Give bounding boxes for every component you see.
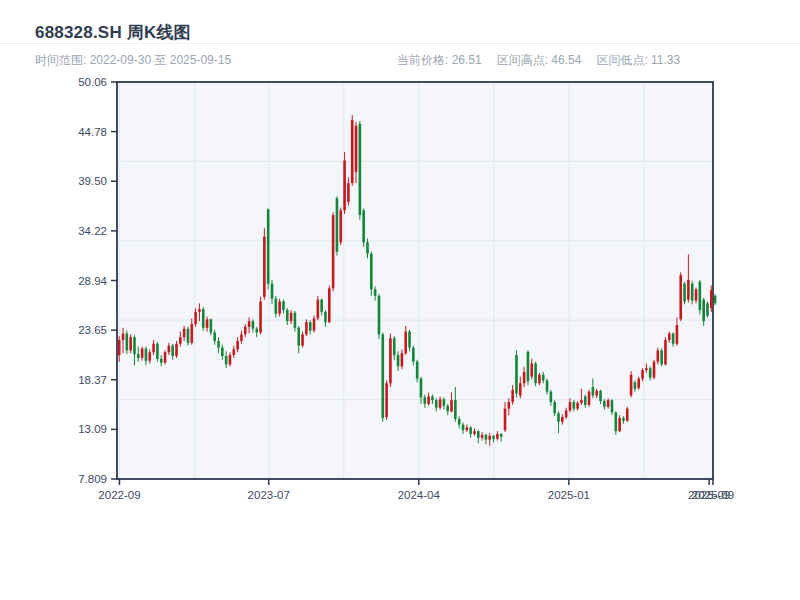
candle-body [420, 379, 423, 398]
candle-body [500, 434, 503, 437]
candle-body [580, 400, 583, 403]
candle-body [160, 359, 163, 363]
candle-body [252, 321, 255, 329]
candle-body [530, 364, 533, 377]
candle-body [278, 301, 281, 313]
candle-body [611, 400, 614, 412]
candle-body [397, 355, 400, 366]
y-tick-label: 34.22 [78, 225, 107, 237]
candle-body [584, 396, 587, 404]
candle-body [504, 409, 507, 431]
candle-body [515, 355, 518, 394]
candle-body [359, 124, 362, 215]
candle-body [454, 400, 457, 419]
candle-body [343, 161, 346, 211]
candle-body [267, 209, 270, 283]
candle-body [466, 427, 469, 430]
candle-body [263, 237, 266, 297]
candle-body [378, 296, 381, 335]
kline-chart: 50.0644.7839.5034.2228.9423.6518.3713.09… [0, 0, 800, 600]
candle-body [630, 375, 633, 396]
candle-body [210, 319, 213, 332]
candle-body [641, 370, 644, 378]
candle-body [653, 362, 656, 378]
candle-body [695, 289, 698, 300]
candle-body [485, 435, 488, 440]
candle-body [347, 183, 350, 202]
candle-body [122, 333, 125, 340]
candle-body [370, 254, 373, 290]
candle-body [305, 322, 308, 334]
candle-body [569, 402, 572, 410]
candle-body [168, 346, 171, 353]
candle-body [385, 383, 388, 417]
candle-body [313, 318, 316, 330]
candle-body [488, 436, 491, 440]
candle-body [404, 332, 407, 354]
y-tick-label: 28.94 [78, 275, 107, 287]
candle-body [183, 329, 186, 337]
candle-body [213, 333, 216, 341]
x-tick-label: 2022-09 [98, 489, 140, 501]
candle-body [286, 310, 289, 321]
candle-body [557, 413, 560, 421]
candle-body [691, 284, 694, 301]
candle-body [450, 400, 453, 411]
candle-body [355, 126, 358, 172]
candle-body [588, 392, 591, 405]
y-tick-label: 50.06 [78, 76, 107, 88]
candle-body [431, 396, 434, 400]
candle-body [179, 337, 182, 344]
x-tick-label: 2024-04 [398, 489, 441, 501]
candle-body [687, 280, 690, 300]
x-tick-label: 2023-07 [248, 489, 290, 501]
candle-body [225, 356, 228, 364]
candle-body [366, 242, 369, 253]
candle-body [309, 322, 312, 330]
candle-body [198, 309, 201, 312]
candle-body [702, 300, 705, 322]
candle-body [297, 328, 300, 346]
candle-body [416, 362, 419, 379]
y-tick-label: 23.65 [78, 324, 107, 336]
candle-body [458, 419, 461, 425]
candle-body [599, 391, 602, 401]
candle-body [679, 275, 682, 319]
candle-body [592, 387, 595, 395]
candle-body [290, 313, 293, 321]
candle-body [668, 333, 671, 340]
candle-body [301, 334, 304, 345]
candle-body [133, 337, 136, 354]
candle-body [595, 391, 598, 396]
candle-body [496, 434, 499, 439]
candle-body [706, 303, 709, 315]
candle-body [676, 325, 679, 344]
candle-body [511, 390, 514, 402]
kline-window: 688328.SH 周K线图 时间范围: 2022-09-30 至 2025-0… [0, 0, 800, 600]
candle-body [317, 300, 320, 319]
candle-body [664, 340, 667, 364]
candle-body [202, 309, 205, 328]
candle-body [389, 338, 392, 383]
candle-body [271, 284, 274, 299]
candle-body [649, 368, 652, 377]
candle-body [469, 427, 472, 434]
candle-body [473, 431, 476, 434]
candle-body [194, 312, 197, 324]
candle-body [572, 402, 575, 409]
candle-body [171, 346, 174, 356]
candle-body [332, 215, 335, 288]
candle-body [492, 436, 495, 439]
candle-body [156, 344, 159, 359]
candle-body [710, 290, 713, 308]
candle-body [141, 348, 144, 357]
candle-body [615, 412, 618, 431]
x-tick-label: 2025-01 [548, 489, 590, 501]
candle-body [137, 354, 140, 358]
candle-body [519, 383, 522, 395]
candle-body [634, 382, 637, 389]
candle-body [282, 301, 285, 309]
candle-body [523, 372, 526, 383]
candle-body [190, 324, 193, 343]
y-tick-label: 18.37 [78, 374, 107, 386]
